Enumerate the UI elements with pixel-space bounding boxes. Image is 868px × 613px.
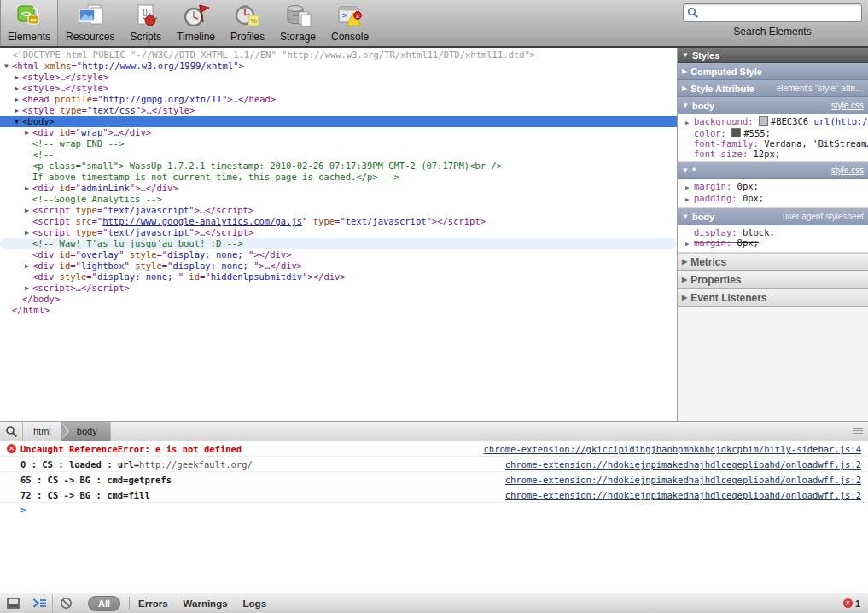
expand-arrow-icon[interactable]: ▶ bbox=[25, 205, 32, 216]
tree-row[interactable]: ▶<div id="lightbox" style="display: none… bbox=[0, 260, 677, 271]
tree-row[interactable]: <script src="http://www.google-analytics… bbox=[0, 216, 677, 227]
tree-row[interactable]: ▶<style>…</style> bbox=[0, 72, 677, 83]
expand-arrow-icon[interactable]: ▶ bbox=[15, 94, 22, 105]
tree-row[interactable]: ▶<div id="adminLink">…</div> bbox=[0, 183, 677, 194]
style-rule-header[interactable]: ▶Computed Style bbox=[678, 63, 868, 80]
tab-resources[interactable]: Resources bbox=[58, 0, 122, 46]
prompt-spacer bbox=[7, 505, 16, 515]
css-property[interactable]: color: #555; bbox=[678, 128, 868, 138]
css-property[interactable]: ▶margin: 0px; bbox=[678, 181, 868, 193]
tree-row[interactable]: ▶<script type="text/javascript">…</scrip… bbox=[0, 227, 677, 238]
expand-arrow-icon[interactable]: ▶ bbox=[25, 283, 32, 294]
code-token: If above timestamp is not current time, … bbox=[32, 172, 399, 182]
property-name: font-family: bbox=[694, 138, 764, 149]
expand-arrow-icon[interactable]: ▶ bbox=[685, 118, 694, 128]
expand-arrow-icon[interactable]: ▶ bbox=[685, 195, 694, 205]
css-property[interactable]: display: block; bbox=[678, 227, 868, 237]
styles-pane-header[interactable]: ▼Styles bbox=[678, 48, 868, 63]
rule-selector: body bbox=[692, 101, 714, 111]
tree-row[interactable]: ▼<body> bbox=[0, 116, 677, 127]
code-token: </style> bbox=[152, 105, 195, 115]
style-rule-header[interactable]: ▼bodystyle.css bbox=[678, 97, 868, 114]
expand-arrow-icon[interactable]: ▶ bbox=[15, 83, 22, 94]
console-source-link[interactable]: chrome-extension://hdokiejnpimakedhajhdl… bbox=[505, 490, 861, 500]
tab-console[interactable]: >xConsole bbox=[323, 0, 376, 46]
breadcrumb-item-body[interactable]: body bbox=[61, 422, 111, 441]
property-value: #BEC3C6 bbox=[771, 116, 814, 126]
tree-row[interactable]: <!-- Waw! T'as lu jusqu'au bout! :D --> bbox=[0, 238, 677, 249]
clear-console-button[interactable] bbox=[53, 594, 79, 613]
tree-row[interactable]: <p class="small"> WassUp 1.7.2.1 timesta… bbox=[0, 161, 677, 172]
tab-timeline[interactable]: Timeline bbox=[169, 0, 223, 46]
tree-row[interactable]: ▶<div id="wrap">…</div> bbox=[0, 127, 677, 138]
style-rule-header[interactable]: ▼*style.css bbox=[678, 162, 868, 179]
tree-row[interactable]: ▶<script>…</script> bbox=[0, 283, 677, 294]
expand-arrow-icon[interactable]: ▶ bbox=[25, 260, 32, 271]
code-token: http://gmpg.org/xfn/11 bbox=[103, 94, 222, 104]
filter-errors[interactable]: Errors bbox=[138, 598, 168, 609]
css-property[interactable]: font-family: Verdana, 'BitStream… bbox=[678, 138, 868, 149]
tree-row[interactable]: ▶<head profile="http://gmpg.org/xfn/11">… bbox=[0, 94, 677, 105]
tree-row[interactable]: ▼<html xmlns="http://www.w3.org/1999/xht… bbox=[0, 61, 677, 72]
tab-storage[interactable]: Storage bbox=[272, 0, 323, 46]
tree-row[interactable]: </body> bbox=[0, 294, 677, 305]
search-elements-input[interactable] bbox=[699, 5, 858, 20]
expand-arrow-icon[interactable]: ▶ bbox=[25, 183, 32, 194]
expand-arrow-icon[interactable]: ▶ bbox=[15, 72, 22, 83]
code-token: http://www.google-analytics.com/ga.js bbox=[102, 216, 302, 226]
filter-logs[interactable]: Logs bbox=[243, 598, 266, 609]
tree-row[interactable]: If above timestamp is not current time, … bbox=[0, 172, 677, 183]
expand-arrow-icon[interactable]: ▶ bbox=[25, 227, 32, 238]
tree-row[interactable]: <!DOCTYPE html PUBLIC "-//W3C//DTD XHTML… bbox=[0, 50, 677, 61]
search-box[interactable] bbox=[683, 3, 862, 22]
tree-row[interactable]: <!-- bbox=[0, 149, 677, 161]
tree-row[interactable]: ▶<script type="text/javascript">…</scrip… bbox=[0, 205, 677, 216]
tree-row[interactable]: <div id="overlay" style="display: none; … bbox=[0, 249, 677, 260]
code-token: id bbox=[60, 183, 71, 193]
breadcrumb-item-html[interactable]: html bbox=[23, 422, 61, 441]
tree-row[interactable]: <div style="display: none; " id="hiddenl… bbox=[0, 271, 677, 283]
style-rule-header[interactable]: ▼bodyuser agent stylesheet bbox=[678, 208, 868, 225]
tab-scripts[interactable]: {}Scripts bbox=[122, 0, 169, 46]
expand-arrow-icon[interactable]: ▶ bbox=[685, 183, 694, 193]
css-property[interactable]: ▶padding: 0px; bbox=[678, 193, 868, 205]
tree-row[interactable]: </html> bbox=[0, 305, 677, 316]
drawer-resize-grip[interactable] bbox=[853, 428, 863, 435]
stylesheet-link[interactable]: style.css bbox=[831, 101, 864, 110]
log-icon-spacer bbox=[7, 459, 16, 469]
code-token: <!DOCTYPE html PUBLIC "-//W3C//DTD XHTML… bbox=[12, 50, 535, 60]
sidebar-section-event-listeners[interactable]: ▶Event Listeners bbox=[678, 289, 868, 306]
css-property[interactable]: font-size: 12px; bbox=[678, 149, 868, 159]
console-source-link[interactable]: chrome-extension://hdokiejnpimakedhajhdl… bbox=[505, 475, 861, 485]
filter-all[interactable]: All bbox=[88, 596, 120, 611]
code-token: "> bbox=[136, 105, 147, 115]
expand-arrow-icon[interactable]: ▶ bbox=[685, 239, 694, 249]
console-source-link[interactable]: chrome-extension://hdokiejnpimakedhajhdl… bbox=[505, 459, 861, 470]
dock-toggle-button[interactable] bbox=[0, 594, 26, 613]
tree-row[interactable]: ▶<style>…</style> bbox=[0, 83, 677, 94]
node-search-button[interactable] bbox=[0, 422, 23, 441]
tree-row[interactable]: <!--Google Analytics --> bbox=[0, 194, 677, 205]
filter-warnings[interactable]: Warnings bbox=[184, 598, 228, 609]
console-source-link[interactable]: chrome-extension://gkiccipidihgjbaobpmhk… bbox=[483, 444, 861, 454]
style-rule-header[interactable]: ▶Style Attributeelement's "style" attri… bbox=[678, 80, 868, 97]
expand-arrow-icon[interactable]: ▶ bbox=[15, 105, 22, 116]
collapse-arrow-icon[interactable]: ▼ bbox=[15, 116, 22, 127]
console-toggle-button[interactable] bbox=[26, 594, 53, 613]
sidebar-section-properties[interactable]: ▶Properties bbox=[678, 271, 868, 289]
code-token: =" bbox=[86, 271, 97, 282]
code-token: id bbox=[60, 127, 71, 137]
tree-row[interactable]: <!-- wrap END --> bbox=[0, 138, 677, 149]
css-property[interactable]: ▶margin: 8px; bbox=[678, 237, 868, 249]
collapse-arrow-icon[interactable]: ▼ bbox=[4, 61, 12, 72]
sidebar-section-metrics[interactable]: ▶Metrics bbox=[678, 253, 868, 271]
tab-profiles[interactable]: %Profiles bbox=[223, 0, 272, 46]
error-count-icon[interactable]: ✕ bbox=[843, 598, 853, 608]
css-property[interactable]: ▶background: #BEC3C6 url(http:/… bbox=[678, 116, 868, 128]
console-prompt-row[interactable]: > bbox=[0, 503, 868, 517]
expand-arrow-icon: ▶ bbox=[682, 67, 687, 75]
tab-elements[interactable]: <><>Elements bbox=[0, 0, 58, 46]
expand-arrow-icon[interactable]: ▶ bbox=[25, 127, 32, 138]
stylesheet-link[interactable]: style.css bbox=[831, 166, 864, 175]
tree-row[interactable]: ▶<style type="text/css">…</style> bbox=[0, 105, 677, 116]
